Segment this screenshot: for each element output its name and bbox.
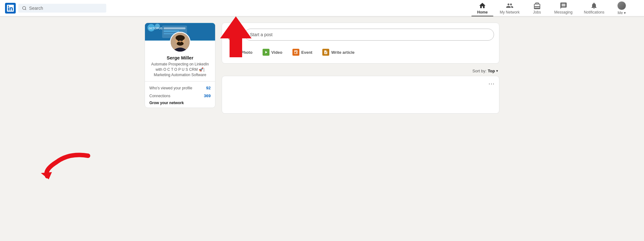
svg-point-15: [181, 40, 183, 41]
profile-headline: Automate Prospecting on LinkedIn with O …: [145, 60, 215, 77]
navbar-left: [5, 3, 106, 14]
nav-item-messaging[interactable]: Messaging: [549, 0, 578, 16]
sort-bar: Sort by: Top ▾: [222, 66, 499, 76]
connections-label: Connections: [149, 94, 170, 98]
notifications-label: Notifications: [584, 10, 604, 14]
arrow-left-stats: [38, 149, 91, 182]
my-network-label: My Network: [500, 10, 519, 14]
start-post-input[interactable]: Start a post: [245, 29, 494, 41]
event-label: Event: [301, 50, 312, 55]
event-action[interactable]: Event: [287, 46, 317, 58]
event-icon: [292, 49, 299, 56]
main-content: OCTOPUS: [145, 16, 499, 120]
connections-row[interactable]: Connections 369: [149, 92, 211, 100]
post-input-row: Start a post: [227, 27, 494, 42]
nav-item-notifications[interactable]: Notifications: [579, 0, 609, 16]
video-icon: [263, 49, 269, 56]
nav-item-me[interactable]: Me ▾: [611, 0, 633, 16]
svg-point-23: [235, 33, 236, 34]
profile-stats: Who's viewed your profile 92 Connections…: [145, 81, 215, 108]
feed: Start a post Photo Video: [222, 23, 499, 114]
svg-point-12: [175, 35, 185, 41]
photo-label: Photo: [241, 50, 253, 55]
post-avatar-small: [227, 27, 242, 42]
notifications-icon: [590, 2, 598, 9]
messaging-label: Messaging: [554, 10, 573, 14]
post-box: Start a post Photo Video: [222, 23, 499, 64]
profile-views-label: Who's viewed your profile: [149, 86, 192, 90]
jobs-icon: [533, 2, 541, 9]
jobs-label: Jobs: [533, 10, 541, 14]
svg-point-14: [178, 40, 179, 41]
post-actions: Photo Video Event: [227, 45, 494, 58]
me-avatar: [617, 1, 626, 10]
sidebar: OCTOPUS: [145, 23, 215, 114]
navbar: Home My Network Jobs: [0, 0, 644, 16]
nav-item-home[interactable]: Home: [471, 0, 493, 16]
svg-point-22: [232, 33, 233, 34]
svg-point-20: [231, 29, 238, 34]
video-action[interactable]: Video: [258, 46, 287, 58]
home-label: Home: [477, 10, 488, 14]
article-label: Write article: [331, 50, 354, 55]
sort-value: Top: [488, 69, 495, 73]
connections-value: 369: [204, 93, 211, 98]
profile-views-row[interactable]: Who's viewed your profile 92: [149, 84, 211, 92]
sort-chevron-icon[interactable]: ▾: [496, 69, 498, 73]
profile-avatar[interactable]: [170, 32, 191, 53]
profile-views-value: 92: [206, 86, 211, 90]
messaging-icon: [560, 2, 567, 9]
search-icon: [22, 6, 27, 11]
video-label: Video: [271, 50, 282, 55]
nav-item-my-network[interactable]: My Network: [495, 0, 525, 16]
photo-icon: [232, 49, 239, 56]
sort-by-label: Sort by:: [472, 69, 486, 73]
profile-name: Serge Miller: [167, 55, 193, 60]
svg-point-16: [180, 41, 181, 43]
article-action[interactable]: Write article: [317, 46, 359, 58]
grow-network-label[interactable]: Grow your network: [149, 100, 211, 105]
avatar-image: [171, 32, 190, 53]
article-icon: [322, 49, 329, 56]
svg-point-21: [232, 34, 237, 37]
my-network-icon: [506, 2, 514, 9]
post-avatar-image: [227, 27, 242, 42]
me-label: Me ▾: [618, 11, 626, 15]
linkedin-logo[interactable]: [5, 3, 16, 14]
photo-action[interactable]: Photo: [227, 46, 258, 58]
svg-rect-6: [164, 31, 179, 32]
post-card: ···: [222, 76, 499, 114]
post-options-button[interactable]: ···: [488, 80, 495, 87]
svg-text:OCTOPUS: OCTOPUS: [149, 27, 163, 30]
nav-item-jobs[interactable]: Jobs: [526, 0, 548, 16]
home-icon: [479, 2, 486, 9]
search-bar[interactable]: [18, 4, 106, 13]
profile-card: OCTOPUS: [145, 23, 215, 108]
svg-point-0: [23, 6, 26, 9]
svg-rect-5: [164, 27, 185, 29]
search-input[interactable]: [29, 6, 103, 11]
navbar-center: Home My Network Jobs: [471, 0, 633, 16]
svg-marker-25: [41, 172, 52, 179]
